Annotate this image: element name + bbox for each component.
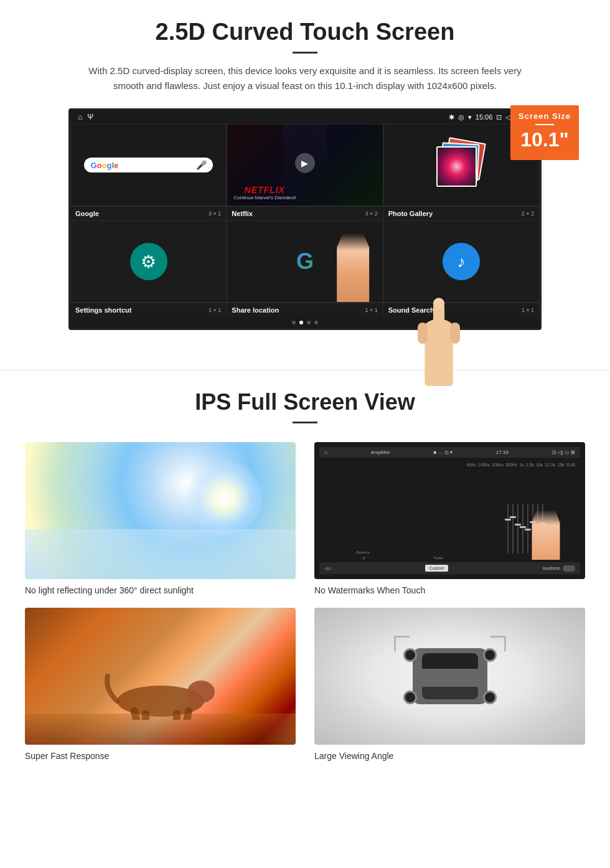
slider-5[interactable] <box>527 504 528 554</box>
share-label: Share location 1 × 1 <box>227 303 383 317</box>
amp-loudness-toggle[interactable] <box>563 565 575 572</box>
slider-thumb-5 <box>525 529 531 531</box>
gallery-app-name: Photo Gallery <box>388 210 433 217</box>
amp-balance-col: Balance ◁) <box>356 550 370 560</box>
location-icon: ◎ <box>458 113 464 121</box>
slider-4[interactable] <box>522 504 523 554</box>
amp-loudness: loudness <box>543 565 575 572</box>
badge-size: 10.1" <box>515 128 574 151</box>
angle-indicator-tl <box>394 636 410 651</box>
google-logo: Google <box>90 161 118 170</box>
amp-fader-label: Fader <box>433 556 443 560</box>
settings-label: Settings shortcut 1 × 1 <box>70 303 227 317</box>
gallery-grid-size: 2 × 2 <box>522 210 534 217</box>
nav-dot-4 <box>314 321 318 324</box>
camera-icon: ⊡ <box>496 113 502 121</box>
sound-search-icon: ♪ <box>443 243 480 280</box>
feature-car: Large Viewing Angle <box>314 608 585 761</box>
share-location-cell[interactable]: G <box>227 220 383 303</box>
mic-icon[interactable]: 🎤 <box>196 160 207 170</box>
flower-photo <box>436 146 477 187</box>
section-ips: IPS Full Screen View No light reflecting… <box>0 389 610 786</box>
slider-3[interactable] <box>517 504 518 554</box>
pointing-hand-svg <box>398 280 479 386</box>
sunlight-image <box>25 442 296 579</box>
nav-dot-2 <box>299 321 303 324</box>
status-bar-left: ⌂ Ψ <box>78 113 93 121</box>
netflix-app-cell[interactable]: ▶ NETFLIX Continue Marvel's Daredevil <box>227 124 383 206</box>
app-grid-top: Google 🎤 ▶ NETFLIX Cont <box>70 124 540 206</box>
cheetah-svg <box>98 670 223 720</box>
feature-cheetah: Super Fast Response <box>25 608 296 761</box>
amplifier-image: ⌂ Amplifier ■ … ◎ ▾ 17:33 ⊡ ◁) ▭ ⊠ 60hz1… <box>314 442 585 579</box>
settings-app-cell[interactable]: ⚙ <box>70 220 227 303</box>
sound-grid-size: 1 × 1 <box>522 307 534 313</box>
settings-icon: ⚙ <box>130 243 167 280</box>
amp-sliders-area: Balance ◁) Fader <box>319 469 580 560</box>
amp-title: Amplifier <box>371 450 390 455</box>
svg-rect-3 <box>418 323 428 344</box>
car-image <box>314 608 585 745</box>
amp-custom-button[interactable]: Custom <box>425 565 448 572</box>
section-curved-screen: 2.5D Curved Touch Screen With 2.5D curve… <box>0 0 610 345</box>
section1-description: With 2.5D curved-display screen, this de… <box>87 64 523 93</box>
amp-home-icon: ⌂ <box>324 450 327 455</box>
amp-back-btn[interactable]: ◁◁ <box>324 566 331 571</box>
feature-amplifier: ⌂ Amplifier ■ … ◎ ▾ 17:33 ⊡ ◁) ▭ ⊠ 60hz1… <box>314 442 585 595</box>
cheetah-label: Super Fast Response <box>25 751 296 761</box>
google-app-cell[interactable]: Google 🎤 <box>70 124 227 206</box>
share-app-name: Share location <box>232 306 279 314</box>
netflix-subtitle: Continue Marvel's Daredevil <box>233 195 296 200</box>
amp-balance-label: Balance <box>356 550 370 554</box>
bluetooth-icon: ✱ <box>449 113 454 121</box>
page-divider <box>0 370 610 370</box>
svg-point-7 <box>187 681 215 703</box>
netflix-logo: NETFLIX <box>233 185 296 195</box>
amplifier-label: No Watermarks When Touch <box>314 585 585 595</box>
car-wheel-rl <box>403 691 417 704</box>
netflix-info: NETFLIX Continue Marvel's Daredevil <box>233 185 296 200</box>
gallery-label: Photo Gallery 2 × 2 <box>383 207 540 220</box>
svg-rect-4 <box>450 323 460 344</box>
device-mockup: Screen Size 10.1" ⌂ Ψ ✱ ◎ ▾ 15:06 ⊡ ◁) ⊠ <box>68 108 542 330</box>
feature-grid: No light reflecting under 360° direct su… <box>25 442 585 761</box>
sunlight-label: No light reflecting under 360° direct su… <box>25 585 296 595</box>
netflix-grid-size: 3 × 2 <box>365 210 377 217</box>
cheetah-image <box>25 608 296 745</box>
amp-freq-labels: 60hz100hz200hz500hz1k2.5k10k12.5k15kSUB <box>319 460 580 469</box>
badge-divider <box>535 124 554 125</box>
badge-title: Screen Size <box>515 111 574 121</box>
usb-icon: Ψ <box>87 113 93 121</box>
netflix-app-name: Netflix <box>232 210 253 217</box>
photo-stack <box>436 140 486 190</box>
netflix-label: Netflix 3 × 2 <box>227 207 383 220</box>
nav-dot-1 <box>292 321 296 324</box>
section2-divider <box>293 422 317 423</box>
amp-top-bar: ⌂ Amplifier ■ … ◎ ▾ 17:33 ⊡ ◁) ▭ ⊠ <box>319 447 580 458</box>
sky-gradient <box>25 529 296 579</box>
amp-controls: ⊡ ◁) ▭ ⊠ <box>552 450 575 455</box>
home-icon: ⌂ <box>78 113 82 121</box>
share-grid-size: 1 × 1 <box>365 307 377 313</box>
slider-thumb-2 <box>510 516 516 518</box>
cheetah-silhouette <box>98 670 223 720</box>
status-bar: ⌂ Ψ ✱ ◎ ▾ 15:06 ⊡ ◁) ⊠ ▭ <box>70 110 540 124</box>
app-labels-row1: Google 3 × 1 Netflix 3 × 2 Photo Gallery… <box>70 206 540 220</box>
google-search-bar[interactable]: Google 🎤 <box>84 158 212 172</box>
slider-2[interactable] <box>512 504 514 554</box>
amp-icons: ■ … ◎ ▾ <box>434 450 453 455</box>
section2-title: IPS Full Screen View <box>25 389 585 415</box>
netflix-play-button[interactable]: ▶ <box>295 153 315 173</box>
amp-time: 17:33 <box>496 450 509 455</box>
slider-thumb-4 <box>520 526 526 528</box>
car-windshield-rear <box>422 687 478 699</box>
car-windshield-front <box>422 653 478 669</box>
google-grid-size: 3 × 1 <box>209 210 221 217</box>
car-label: Large Viewing Angle <box>314 751 585 761</box>
amp-fader-col: Fader <box>433 556 443 560</box>
pointing-hand-container <box>398 280 479 386</box>
amp-hand <box>530 510 561 560</box>
nav-dot-3 <box>307 321 311 324</box>
slider-1[interactable] <box>507 504 509 554</box>
amp-vol-icon: ◁) <box>361 555 365 560</box>
